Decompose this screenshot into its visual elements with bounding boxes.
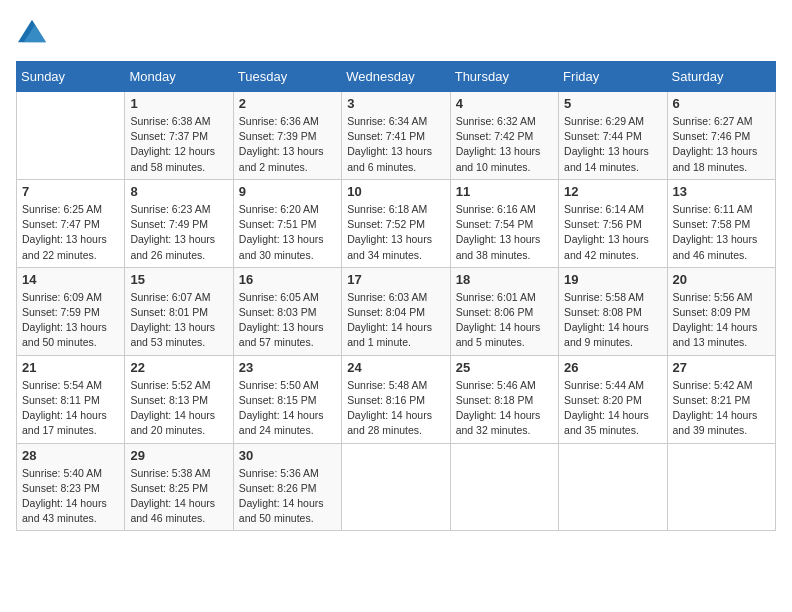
day-info: Sunrise: 6:05 AMSunset: 8:03 PMDaylight:…	[239, 290, 336, 351]
day-info: Sunrise: 5:46 AMSunset: 8:18 PMDaylight:…	[456, 378, 553, 439]
day-number: 30	[239, 448, 336, 463]
calendar-cell: 3Sunrise: 6:34 AMSunset: 7:41 PMDaylight…	[342, 92, 450, 180]
day-number: 19	[564, 272, 661, 287]
calendar-cell	[450, 443, 558, 531]
day-info: Sunrise: 5:56 AMSunset: 8:09 PMDaylight:…	[673, 290, 770, 351]
day-info: Sunrise: 5:50 AMSunset: 8:15 PMDaylight:…	[239, 378, 336, 439]
day-info: Sunrise: 6:09 AMSunset: 7:59 PMDaylight:…	[22, 290, 119, 351]
day-info: Sunrise: 5:58 AMSunset: 8:08 PMDaylight:…	[564, 290, 661, 351]
day-number: 18	[456, 272, 553, 287]
calendar-cell: 10Sunrise: 6:18 AMSunset: 7:52 PMDayligh…	[342, 179, 450, 267]
col-header-thursday: Thursday	[450, 62, 558, 92]
calendar-row-3: 14Sunrise: 6:09 AMSunset: 7:59 PMDayligh…	[17, 267, 776, 355]
calendar-cell: 8Sunrise: 6:23 AMSunset: 7:49 PMDaylight…	[125, 179, 233, 267]
day-info: Sunrise: 6:16 AMSunset: 7:54 PMDaylight:…	[456, 202, 553, 263]
day-number: 29	[130, 448, 227, 463]
calendar-cell: 23Sunrise: 5:50 AMSunset: 8:15 PMDayligh…	[233, 355, 341, 443]
day-info: Sunrise: 5:38 AMSunset: 8:25 PMDaylight:…	[130, 466, 227, 527]
day-info: Sunrise: 6:36 AMSunset: 7:39 PMDaylight:…	[239, 114, 336, 175]
calendar-cell	[667, 443, 775, 531]
day-info: Sunrise: 5:40 AMSunset: 8:23 PMDaylight:…	[22, 466, 119, 527]
day-number: 25	[456, 360, 553, 375]
calendar-cell: 11Sunrise: 6:16 AMSunset: 7:54 PMDayligh…	[450, 179, 558, 267]
day-info: Sunrise: 6:07 AMSunset: 8:01 PMDaylight:…	[130, 290, 227, 351]
logo	[16, 16, 46, 49]
calendar-cell: 22Sunrise: 5:52 AMSunset: 8:13 PMDayligh…	[125, 355, 233, 443]
calendar-cell	[342, 443, 450, 531]
day-number: 10	[347, 184, 444, 199]
calendar-cell: 1Sunrise: 6:38 AMSunset: 7:37 PMDaylight…	[125, 92, 233, 180]
day-number: 3	[347, 96, 444, 111]
day-number: 15	[130, 272, 227, 287]
calendar-header: SundayMondayTuesdayWednesdayThursdayFrid…	[17, 62, 776, 92]
col-header-friday: Friday	[559, 62, 667, 92]
calendar-cell: 16Sunrise: 6:05 AMSunset: 8:03 PMDayligh…	[233, 267, 341, 355]
day-number: 21	[22, 360, 119, 375]
day-number: 7	[22, 184, 119, 199]
day-number: 1	[130, 96, 227, 111]
logo-icon	[18, 16, 46, 44]
calendar-cell: 7Sunrise: 6:25 AMSunset: 7:47 PMDaylight…	[17, 179, 125, 267]
calendar-cell: 6Sunrise: 6:27 AMSunset: 7:46 PMDaylight…	[667, 92, 775, 180]
day-info: Sunrise: 6:20 AMSunset: 7:51 PMDaylight:…	[239, 202, 336, 263]
day-number: 20	[673, 272, 770, 287]
day-number: 12	[564, 184, 661, 199]
calendar-cell: 29Sunrise: 5:38 AMSunset: 8:25 PMDayligh…	[125, 443, 233, 531]
day-number: 26	[564, 360, 661, 375]
calendar-cell: 18Sunrise: 6:01 AMSunset: 8:06 PMDayligh…	[450, 267, 558, 355]
day-info: Sunrise: 6:32 AMSunset: 7:42 PMDaylight:…	[456, 114, 553, 175]
day-number: 22	[130, 360, 227, 375]
calendar-cell	[559, 443, 667, 531]
day-info: Sunrise: 6:29 AMSunset: 7:44 PMDaylight:…	[564, 114, 661, 175]
col-header-sunday: Sunday	[17, 62, 125, 92]
header-row: SundayMondayTuesdayWednesdayThursdayFrid…	[17, 62, 776, 92]
day-info: Sunrise: 5:36 AMSunset: 8:26 PMDaylight:…	[239, 466, 336, 527]
col-header-monday: Monday	[125, 62, 233, 92]
day-info: Sunrise: 6:23 AMSunset: 7:49 PMDaylight:…	[130, 202, 227, 263]
calendar-row-1: 1Sunrise: 6:38 AMSunset: 7:37 PMDaylight…	[17, 92, 776, 180]
calendar-cell: 21Sunrise: 5:54 AMSunset: 8:11 PMDayligh…	[17, 355, 125, 443]
day-number: 27	[673, 360, 770, 375]
day-info: Sunrise: 5:44 AMSunset: 8:20 PMDaylight:…	[564, 378, 661, 439]
calendar-cell: 17Sunrise: 6:03 AMSunset: 8:04 PMDayligh…	[342, 267, 450, 355]
day-info: Sunrise: 6:18 AMSunset: 7:52 PMDaylight:…	[347, 202, 444, 263]
calendar-cell: 27Sunrise: 5:42 AMSunset: 8:21 PMDayligh…	[667, 355, 775, 443]
day-number: 16	[239, 272, 336, 287]
day-info: Sunrise: 6:03 AMSunset: 8:04 PMDaylight:…	[347, 290, 444, 351]
day-info: Sunrise: 5:52 AMSunset: 8:13 PMDaylight:…	[130, 378, 227, 439]
day-info: Sunrise: 5:42 AMSunset: 8:21 PMDaylight:…	[673, 378, 770, 439]
calendar-cell: 5Sunrise: 6:29 AMSunset: 7:44 PMDaylight…	[559, 92, 667, 180]
calendar-row-2: 7Sunrise: 6:25 AMSunset: 7:47 PMDaylight…	[17, 179, 776, 267]
calendar-cell: 20Sunrise: 5:56 AMSunset: 8:09 PMDayligh…	[667, 267, 775, 355]
calendar-row-4: 21Sunrise: 5:54 AMSunset: 8:11 PMDayligh…	[17, 355, 776, 443]
day-info: Sunrise: 6:01 AMSunset: 8:06 PMDaylight:…	[456, 290, 553, 351]
day-number: 24	[347, 360, 444, 375]
day-number: 14	[22, 272, 119, 287]
calendar-row-5: 28Sunrise: 5:40 AMSunset: 8:23 PMDayligh…	[17, 443, 776, 531]
calendar-cell: 13Sunrise: 6:11 AMSunset: 7:58 PMDayligh…	[667, 179, 775, 267]
calendar-cell: 2Sunrise: 6:36 AMSunset: 7:39 PMDaylight…	[233, 92, 341, 180]
calendar-cell: 4Sunrise: 6:32 AMSunset: 7:42 PMDaylight…	[450, 92, 558, 180]
day-info: Sunrise: 6:14 AMSunset: 7:56 PMDaylight:…	[564, 202, 661, 263]
calendar-table: SundayMondayTuesdayWednesdayThursdayFrid…	[16, 61, 776, 531]
day-number: 5	[564, 96, 661, 111]
calendar-cell: 9Sunrise: 6:20 AMSunset: 7:51 PMDaylight…	[233, 179, 341, 267]
calendar-cell: 25Sunrise: 5:46 AMSunset: 8:18 PMDayligh…	[450, 355, 558, 443]
calendar-cell: 12Sunrise: 6:14 AMSunset: 7:56 PMDayligh…	[559, 179, 667, 267]
day-info: Sunrise: 6:11 AMSunset: 7:58 PMDaylight:…	[673, 202, 770, 263]
day-number: 23	[239, 360, 336, 375]
day-number: 28	[22, 448, 119, 463]
calendar-cell: 14Sunrise: 6:09 AMSunset: 7:59 PMDayligh…	[17, 267, 125, 355]
day-info: Sunrise: 5:48 AMSunset: 8:16 PMDaylight:…	[347, 378, 444, 439]
day-number: 4	[456, 96, 553, 111]
calendar-cell: 15Sunrise: 6:07 AMSunset: 8:01 PMDayligh…	[125, 267, 233, 355]
day-number: 8	[130, 184, 227, 199]
col-header-saturday: Saturday	[667, 62, 775, 92]
day-info: Sunrise: 6:25 AMSunset: 7:47 PMDaylight:…	[22, 202, 119, 263]
calendar-cell: 19Sunrise: 5:58 AMSunset: 8:08 PMDayligh…	[559, 267, 667, 355]
col-header-wednesday: Wednesday	[342, 62, 450, 92]
day-info: Sunrise: 5:54 AMSunset: 8:11 PMDaylight:…	[22, 378, 119, 439]
day-number: 9	[239, 184, 336, 199]
day-info: Sunrise: 6:27 AMSunset: 7:46 PMDaylight:…	[673, 114, 770, 175]
day-info: Sunrise: 6:38 AMSunset: 7:37 PMDaylight:…	[130, 114, 227, 175]
